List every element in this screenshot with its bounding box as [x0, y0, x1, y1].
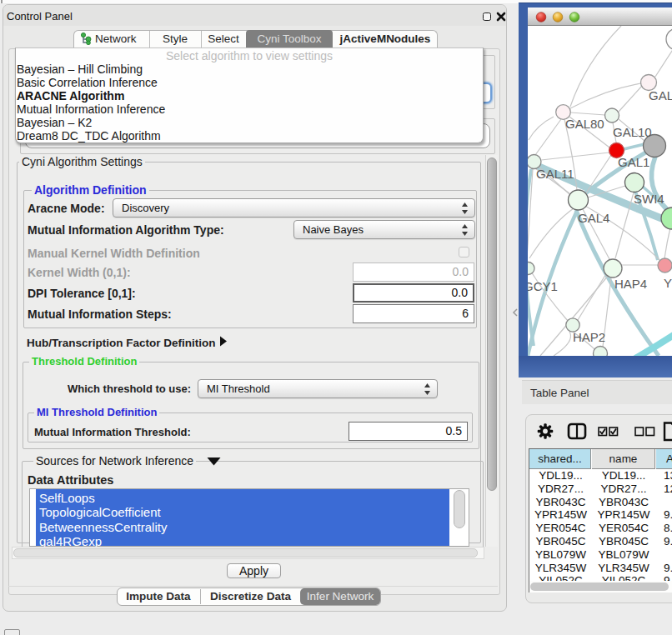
svg-text:GAL: GAL [649, 88, 672, 102]
svg-text:SWI4: SWI4 [634, 192, 664, 206]
svg-text:HAP2: HAP2 [573, 330, 605, 344]
svg-text:Y: Y [664, 276, 672, 290]
svg-text:GAL80: GAL80 [565, 117, 604, 131]
svg-text:HAP4: HAP4 [614, 277, 647, 291]
svg-text:GAL11: GAL11 [536, 167, 574, 181]
svg-text:GAL4: GAL4 [578, 211, 609, 225]
svg-text:GCY1: GCY1 [528, 279, 558, 293]
svg-text:GAL1: GAL1 [618, 155, 649, 169]
svg-text:GAL10: GAL10 [613, 125, 652, 139]
